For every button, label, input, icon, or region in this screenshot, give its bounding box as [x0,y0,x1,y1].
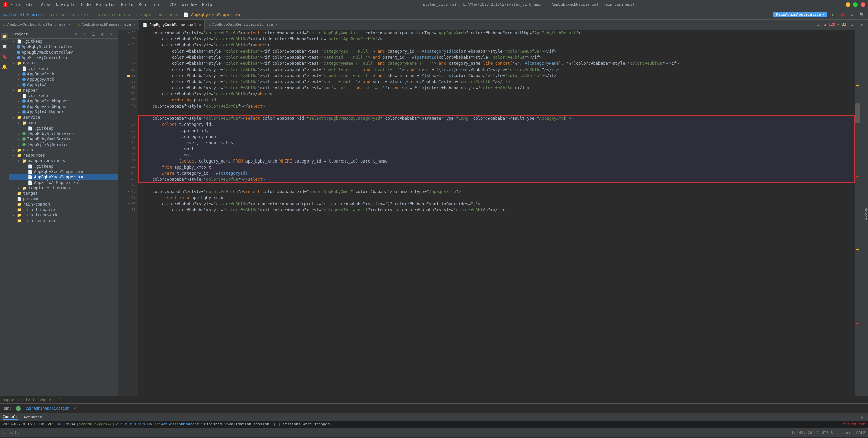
menu-edit[interactable]: Edit [25,2,35,7]
tree-item-30[interactable]: ▸📁rain-common [9,202,118,207]
tree-item-7[interactable]: ▸AppBgbyXmcb [9,77,118,82]
menu-code[interactable]: Code [81,2,91,7]
maximize-button[interactable] [853,2,858,7]
tree-item-28[interactable]: ▸📁target [9,191,118,196]
run-app-name[interactable]: RainAdminApplication [25,406,70,411]
git-branch-label[interactable]: main [10,431,19,435]
tree-item-10[interactable]: 📄.gitkeep [9,93,118,98]
tree-item-23[interactable]: 📄.gitkeep [9,164,118,169]
project-panel-button[interactable]: 📁 [1,33,8,40]
notifications-button[interactable]: 🔔 [1,63,8,71]
collapse-tree-button[interactable]: ⬆ [81,31,88,38]
tab-close-serviceimpl[interactable]: × [276,23,278,26]
tree-item-27[interactable]: ▸📁templates.business [9,185,118,191]
search-button[interactable]: 🔍 [858,11,865,18]
breadcrumb-if[interactable]: if [56,398,60,402]
tree-item-19[interactable]: ▸IAppSjfxAjService [9,142,118,147]
menu-window[interactable]: Window [182,2,197,7]
menu-build[interactable]: Build [121,2,133,7]
close-button[interactable] [861,2,865,7]
fold-icon-24[interactable]: ▾ [128,42,130,48]
tree-item-6[interactable]: ▸AppBgbySccb [9,71,118,77]
tree-item-26[interactable]: 📄AppSjfxAjMapper.xml [9,180,118,185]
tree-item-22[interactable]: ▾📁mapper.business [9,158,118,164]
nav-mapper[interactable]: mapper [139,12,153,17]
console-tab-actuator[interactable]: Actuator [24,415,42,419]
tab-close-mapper-xml[interactable]: × [199,23,201,27]
menu-view[interactable]: View [41,2,51,7]
tree-item-29[interactable]: 📄pom.xml [9,196,118,202]
tree-item-3[interactable]: ▸AppSjfxAjController [9,55,118,60]
tab-mapper-java[interactable]: ☕ AppBgbyXmcbMapper.java × [74,20,139,30]
menu-run[interactable]: Run [139,2,146,7]
tree-item-14[interactable]: ▾📁service [9,115,118,120]
nav-resources[interactable]: resources [112,12,134,17]
tree-item-12[interactable]: ▸AppBgbyXmcbMapper [9,104,118,109]
maven-panel-label[interactable]: Maven [864,208,868,221]
bookmarks-button[interactable]: 🔖 [1,53,8,60]
nav-project[interactable]: system_v1.0-main [3,12,42,17]
tree-item-32[interactable]: ▸📁rain-framework [9,212,118,218]
breadcrumb-mapper[interactable]: mapper [3,398,16,402]
tab-controller-java[interactable]: ☕ AppBgbyXmcbController.java × [0,20,74,30]
tab-list-button[interactable]: ≡ [814,21,822,28]
tree-item-17[interactable]: ▸IAppBgbySccbService [9,131,118,136]
filter-button[interactable]: ☰ [90,31,97,38]
tab-close-controller[interactable]: × [68,23,71,26]
tree-item-1[interactable]: ▸AppBgbySccbController [9,44,118,50]
run-close[interactable]: × [74,406,76,411]
encoding-indicator[interactable]: UTF-8 [822,431,833,435]
menu-navigate[interactable]: Navigate [56,2,76,7]
nav-file[interactable]: 📄 AppBgbyXmcbMapper.xml [183,12,242,17]
tree-item-21[interactable]: ▾📁resources [9,153,118,158]
tree-item-31[interactable]: ▸📁rain-flowable [9,207,118,212]
menu-help[interactable]: Help [202,2,212,7]
tree-item-33[interactable]: ▸📁rain-generator [9,218,118,223]
tree-item-4[interactable]: ▾📁domain [9,60,118,66]
tree-item-0[interactable]: ▾📄.gitkeep [9,39,118,44]
fold-icon-36[interactable]: ▾ [128,115,130,121]
fold-icon-22[interactable]: ▾ [128,30,130,36]
settings-tree-button[interactable]: ⚙ [99,31,106,38]
tree-item-11[interactable]: ▸AppBgbySccbMapper [9,98,118,104]
console-settings-button[interactable]: ⚙ [858,414,865,421]
settings-button[interactable]: ⚙ [848,11,856,18]
tree-item-25[interactable]: 📄AppBgbyXmcbMapper.xml [9,174,118,180]
menu-vcs[interactable]: VCS [169,2,177,7]
tree-item-13[interactable]: ▸AppSjfxAjMapper [9,109,118,115]
nav-module[interactable]: rain-business [47,12,79,17]
tree-item-18[interactable]: ▸IAppBgbyXmcbService [9,136,118,142]
tree-item-16[interactable]: 📄.gitkeep [9,126,118,131]
console-tab-console[interactable]: Console [3,415,18,420]
collapse-button[interactable]: ▼ [858,21,865,28]
close-sidebar-button[interactable]: × [107,31,115,38]
tree-item-5[interactable]: 📄.gitkeep [9,66,118,71]
menu-tools[interactable]: Tools [152,2,164,7]
menu-file[interactable]: File [10,2,20,7]
tab-serviceimpl-java[interactable]: ☕ AppBgbyXmcbServiceImpl.java × [205,20,281,30]
fold-icon-48[interactable]: ▾ [128,189,130,195]
tree-item-9[interactable]: ▾📁mapper [9,88,118,93]
tree-item-2[interactable]: ▸AppBgbyXmcbController [9,50,118,55]
tree-item-15[interactable]: ▾📁impl [9,120,118,126]
tab-close-mapper-java[interactable]: × [134,23,136,26]
sync-button[interactable]: ⟳ [72,31,80,38]
nav-main[interactable]: main [97,12,106,17]
nav-src[interactable]: src [84,12,92,17]
breadcrumb-where[interactable]: where [40,398,51,402]
tab-mapper-xml[interactable]: 📄 AppBgbyXmcbMapper.xml × [139,20,205,30]
tree-item-20[interactable]: ▸📁main [9,147,118,153]
debug-button[interactable]: 🐞 [839,11,846,18]
scrollbar-thumb[interactable] [855,103,860,123]
expand-button[interactable]: ▲ [848,21,856,28]
indent-indicator[interactable]: 4 spaces [836,431,854,435]
structure-button[interactable]: 🔲 [1,43,8,50]
code-editor[interactable]: color:#bababa">style="color:#e8bf6a"><se… [138,30,855,396]
fold-icon-50[interactable]: ▾ [128,201,130,207]
tree-item-8[interactable]: ▸AppSjfxAj [9,82,118,88]
menu-refactor[interactable]: Refactor [96,2,116,7]
run-button[interactable]: ▶ [829,11,837,18]
crlf-indicator[interactable]: CRLF [856,431,866,435]
nav-business[interactable]: business [159,12,178,17]
minimize-button[interactable] [846,2,850,7]
